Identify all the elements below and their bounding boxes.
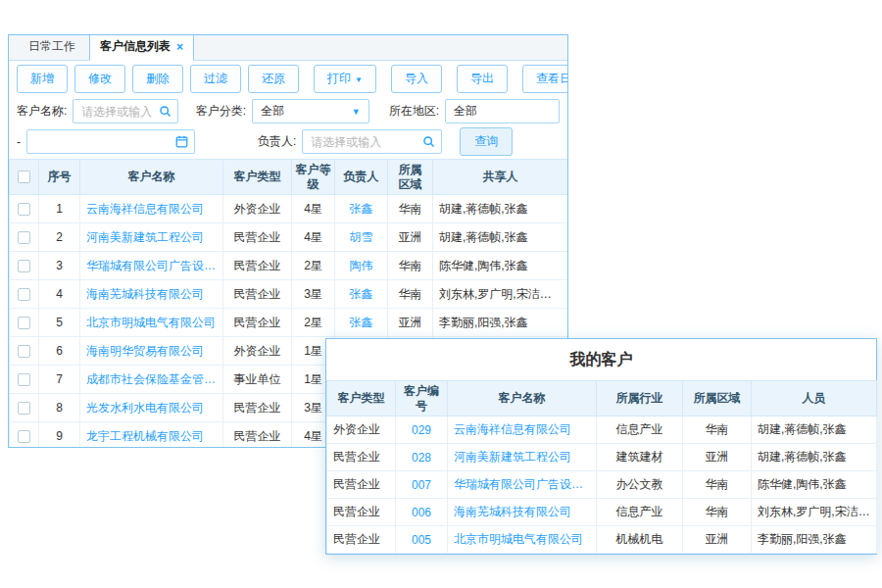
cell-staff: 李勤丽,阳强,张鑫 <box>752 526 877 554</box>
cell-type: 民营企业 <box>223 309 292 337</box>
row-checkbox[interactable] <box>18 288 30 301</box>
table-row[interactable]: 民营企业 006 海南芜城科技有限公司 信息产业 华南 刘东林,罗广明,宋洁然.… <box>327 499 877 526</box>
customer-name-link[interactable]: 河南美新建筑工程公司 <box>448 444 597 471</box>
restore-button[interactable]: 还原 <box>248 65 299 93</box>
cell-region: 华南 <box>683 499 752 526</box>
view-log-button[interactable]: 查看日志 <box>522 65 568 93</box>
cell-no: 2 <box>39 223 80 252</box>
cell-type: 民营企业 <box>223 252 292 280</box>
customer-category-label: 客户分类: <box>196 103 246 120</box>
customer-no-link[interactable]: 007 <box>396 471 448 499</box>
customer-name-link[interactable]: 光发水利水电有限公司 <box>80 394 223 422</box>
table-row[interactable]: 1 云南海祥信息有限公司 外资企业 4星 张鑫 华南 胡建,蒋德帧,张鑫 <box>10 195 568 223</box>
row-checkbox[interactable] <box>18 373 30 386</box>
owner-label: 负责人: <box>258 133 296 150</box>
customer-name-link[interactable]: 北京市明城电气有限公司 <box>448 526 597 554</box>
customer-no-link[interactable]: 006 <box>396 499 448 526</box>
table-row[interactable]: 民营企业 005 北京市明城电气有限公司 机械机电 亚洲 李勤丽,阳强,张鑫 <box>327 526 877 554</box>
add-button[interactable]: 新增 <box>17 65 68 93</box>
cell-type: 民营企业 <box>223 422 292 449</box>
customer-no-link[interactable]: 029 <box>396 416 448 444</box>
cell-type: 民营企业 <box>327 499 396 526</box>
table-row[interactable]: 5 北京市明城电气有限公司 民营企业 2星 张鑫 亚洲 李勤丽,阳强,张鑫 <box>10 309 568 337</box>
selected-value: 全部 <box>261 103 284 120</box>
table-row[interactable]: 民营企业 007 华瑞城有限公司广告设计部 办公文教 华南 陈华健,陶伟,张鑫 <box>327 471 877 499</box>
row-checkbox[interactable] <box>18 260 30 272</box>
tab-close-icon[interactable]: × <box>176 40 183 54</box>
customer-no-link[interactable]: 028 <box>396 444 448 471</box>
print-label: 打印 <box>327 72 351 85</box>
customer-name-link[interactable]: 海南芜城科技有限公司 <box>80 280 223 309</box>
owner-link[interactable]: 陶伟 <box>335 252 388 280</box>
cell-industry: 建筑建材 <box>597 444 683 471</box>
cell-shared: 李勤丽,阳强,张鑫 <box>433 309 568 337</box>
table-header-row: 客户类型 客户编 号 客户名称 所属行业 所属区域 人员 <box>327 381 877 416</box>
cell-region: 华南 <box>388 252 433 280</box>
cell-staff: 胡建,蒋德帧,张鑫 <box>752 444 877 471</box>
owner-input[interactable] <box>303 130 441 153</box>
cell-staff: 刘东林,罗广明,宋洁然... <box>752 499 877 526</box>
customer-name-link[interactable]: 海南芜城科技有限公司 <box>448 499 597 526</box>
cell-staff: 胡建,蒋德帧,张鑫 <box>752 416 877 444</box>
search-icon[interactable] <box>422 135 435 148</box>
export-button[interactable]: 导出 <box>457 65 508 93</box>
customer-name-link[interactable]: 成都市社会保险基金管理... <box>80 366 223 394</box>
owner-link[interactable]: 张鑫 <box>335 280 388 309</box>
query-button[interactable]: 查询 <box>460 127 513 156</box>
customer-category-select[interactable]: 全部 ▼ <box>252 99 368 123</box>
cell-shared: 陈华健,陶伟,张鑫 <box>433 252 568 280</box>
customer-name-link[interactable]: 河南美新建筑工程公司 <box>80 223 223 252</box>
select-all-checkbox[interactable] <box>18 171 30 183</box>
col-header-name: 客户名称 <box>80 160 223 195</box>
edit-button[interactable]: 修改 <box>74 65 125 93</box>
col-header-no: 客户编 号 <box>396 381 448 416</box>
cell-no: 6 <box>39 337 80 366</box>
customer-name-link[interactable]: 北京市明城电气有限公司 <box>80 309 223 337</box>
cell-region: 华南 <box>683 416 752 444</box>
date-input[interactable] <box>27 130 194 153</box>
chevron-down-icon: ▼ <box>352 107 361 117</box>
customer-name-link[interactable]: 华瑞城有限公司广告设计部 <box>448 471 597 499</box>
select-all-cell <box>10 160 39 195</box>
table-row[interactable]: 民营企业 028 河南美新建筑工程公司 建筑建材 亚洲 胡建,蒋德帧,张鑫 <box>327 444 877 471</box>
cell-region: 亚洲 <box>683 444 752 471</box>
owner-link[interactable]: 张鑫 <box>335 309 388 337</box>
my-customers-table: 客户类型 客户编 号 客户名称 所属行业 所属区域 人员 外资企业 029 云南… <box>326 380 877 554</box>
filter-button[interactable]: 过滤 <box>190 65 241 93</box>
tab-daily-work[interactable]: 日常工作 <box>15 34 89 60</box>
tab-label: 客户信息列表 <box>100 38 171 55</box>
row-checkbox[interactable] <box>18 231 30 244</box>
customer-name-link[interactable]: 云南海祥信息有限公司 <box>448 416 597 444</box>
table-row[interactable]: 2 河南美新建筑工程公司 民营企业 4星 胡雪 亚洲 胡建,蒋德帧,张鑫 <box>10 223 568 252</box>
desktop: 日常工作 客户信息列表 × 新增 修改 删除 过滤 还原 打印▼ 导入 导出 查… <box>0 0 882 588</box>
delete-button[interactable]: 删除 <box>132 65 183 93</box>
cell-shared: 胡建,蒋德帧,张鑫 <box>433 223 568 252</box>
customer-name-link[interactable]: 华瑞城有限公司广告设计部 <box>80 252 223 280</box>
table-row[interactable]: 3 华瑞城有限公司广告设计部 民营企业 2星 陶伟 华南 陈华健,陶伟,张鑫 <box>10 252 568 280</box>
cell-no: 3 <box>39 252 80 280</box>
cell-grade: 2星 <box>292 252 335 280</box>
owner-link[interactable]: 张鑫 <box>335 195 388 223</box>
row-checkbox[interactable] <box>18 317 30 329</box>
table-row[interactable]: 4 海南芜城科技有限公司 民营企业 3星 张鑫 华南 刘东林,罗广明,宋洁然,张… <box>10 280 568 309</box>
region-label: 所在地区: <box>389 103 439 120</box>
print-button[interactable]: 打印▼ <box>314 65 376 93</box>
customer-no-link[interactable]: 005 <box>396 526 448 554</box>
row-checkbox[interactable] <box>18 402 30 415</box>
region-select[interactable]: 全部 <box>445 99 560 123</box>
search-icon[interactable] <box>159 105 172 118</box>
customer-name-link[interactable]: 云南海祥信息有限公司 <box>80 195 223 223</box>
customer-name-link[interactable]: 龙宇工程机械有限公司 <box>80 422 223 449</box>
owner-link[interactable]: 胡雪 <box>335 223 388 252</box>
col-header-type: 客户类型 <box>327 381 396 416</box>
tab-customer-list[interactable]: 客户信息列表 × <box>89 34 194 61</box>
row-checkbox[interactable] <box>18 345 30 358</box>
row-checkbox[interactable] <box>18 203 30 216</box>
customer-name-link[interactable]: 海南明华贸易有限公司 <box>80 337 223 366</box>
customer-name-field-wrap <box>73 99 178 123</box>
calendar-icon[interactable] <box>175 135 188 148</box>
col-header-industry: 所属行业 <box>597 381 683 416</box>
import-button[interactable]: 导入 <box>391 65 442 93</box>
table-row[interactable]: 外资企业 029 云南海祥信息有限公司 信息产业 华南 胡建,蒋德帧,张鑫 <box>327 416 877 444</box>
row-checkbox[interactable] <box>18 430 30 443</box>
